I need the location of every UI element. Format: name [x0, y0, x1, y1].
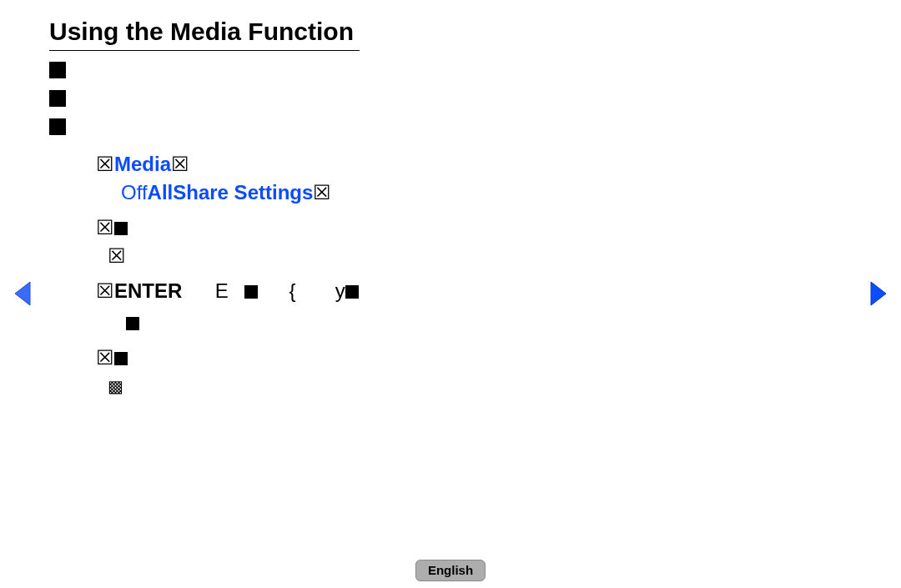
content-row-6	[126, 309, 747, 337]
off-text: Off	[121, 181, 148, 204]
row6-square-icon	[126, 317, 139, 330]
title-underline	[49, 50, 360, 51]
content-area: ☒Media☒ OffAllShare Settings☒ ☒ ☒ ☒ENTER…	[96, 150, 747, 400]
content-row-3: ☒	[96, 214, 747, 242]
page-title: Using the Media Function	[49, 18, 354, 46]
chevron-left-icon	[12, 280, 33, 307]
content-row-4: ☒	[108, 242, 747, 270]
content-row-7: ☒	[96, 344, 747, 372]
row7-square-icon	[114, 352, 128, 365]
language-button[interactable]: English	[415, 560, 486, 581]
row7-glyph: ☒	[96, 346, 114, 369]
bullet-square-1	[49, 62, 66, 78]
row1-glyph-post: ☒	[171, 153, 189, 175]
row5-y: y	[335, 279, 345, 302]
row5-square-1-icon	[244, 285, 258, 299]
bullet-square-2	[49, 90, 66, 107]
row5-e: E	[215, 279, 229, 302]
row5-square-2-icon	[345, 285, 359, 299]
content-row-1: ☒Media☒	[96, 150, 747, 178]
content-row-5: ☒ENTER E { y	[96, 277, 747, 305]
enter-label: ENTER	[114, 279, 182, 302]
row5-glyph-pre: ☒	[96, 279, 114, 302]
content-row-2: OffAllShare Settings☒	[121, 178, 747, 207]
chevron-right-icon	[868, 280, 889, 307]
row3-square-icon	[114, 222, 128, 235]
svg-marker-1	[871, 282, 886, 305]
svg-marker-0	[15, 282, 30, 305]
row1-glyph-pre: ☒	[96, 153, 114, 175]
content-row-8: ▩	[108, 372, 747, 400]
row4-glyph: ☒	[108, 244, 126, 267]
bullet-square-3	[49, 118, 66, 135]
prev-page-button[interactable]	[12, 280, 33, 310]
row5-brace: {	[289, 279, 295, 302]
next-page-button[interactable]	[868, 280, 889, 310]
row2-glyph-post: ☒	[313, 181, 331, 204]
row3-glyph: ☒	[96, 216, 114, 239]
media-link[interactable]: Media	[114, 153, 171, 175]
row8-glyph: ▩	[108, 377, 123, 395]
allshare-settings-link[interactable]: AllShare Settings	[148, 181, 314, 204]
